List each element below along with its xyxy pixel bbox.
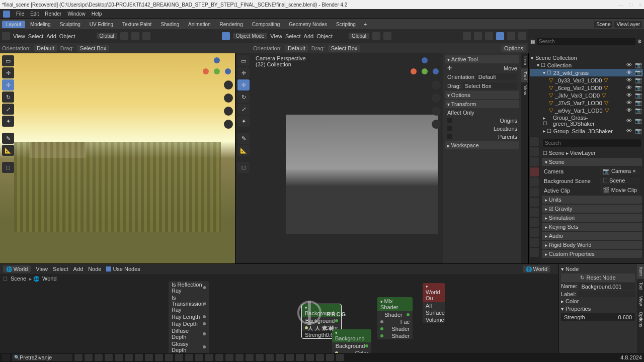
pivot-icon2[interactable] xyxy=(372,32,380,40)
outliner-obj[interactable]: ▽ _6ceg_Var2_LOD0 ▽👁📷 xyxy=(530,84,643,92)
addcube-tool-r[interactable]: □ xyxy=(237,162,250,173)
taskbar-icon[interactable] xyxy=(316,354,324,361)
drag-sel[interactable]: Select Box xyxy=(463,82,517,89)
tab-rendering[interactable]: Rendering xyxy=(216,21,247,28)
ntab-item[interactable]: Item xyxy=(521,53,528,68)
node-lightpath[interactable]: Is Reflection Ray Is Transmission Ray Ra… xyxy=(169,281,209,362)
properties-search[interactable] xyxy=(543,139,641,147)
select-tool[interactable]: ▭ xyxy=(2,55,14,66)
menu-add[interactable]: Add xyxy=(46,33,56,39)
menu-view2[interactable]: View xyxy=(270,33,282,39)
measure-tool[interactable]: 📐 xyxy=(2,145,14,156)
outliner-obj[interactable]: ▽ _0y33_Var3_LOD0 ▽👁📷 xyxy=(530,76,643,84)
strength-field[interactable]: Strength0.600 xyxy=(561,313,635,321)
npanel-transform[interactable]: ▾ Transform xyxy=(445,100,519,108)
taskbar-icon[interactable] xyxy=(155,354,163,361)
axis-y-icon-r[interactable] xyxy=(422,68,428,74)
tab-shading[interactable]: Shading xyxy=(156,21,183,28)
chk-locations[interactable] xyxy=(447,126,452,131)
node-canvas[interactable]: Is Reflection Ray Is Transmission Ray Ra… xyxy=(0,283,558,362)
annotate-tool[interactable]: ✎ xyxy=(2,133,14,144)
node-type-dropdown[interactable]: 🌐 World xyxy=(3,265,31,273)
persp-icon[interactable] xyxy=(224,120,233,129)
outliner-obj[interactable]: ▽ _w9vy_Var1_LOD0 ▽👁📷 xyxy=(530,107,643,114)
prop-particle-icon[interactable] xyxy=(530,208,539,217)
taskbar-icon[interactable] xyxy=(145,354,153,361)
pivot-icon[interactable] xyxy=(120,32,128,40)
world-dropdown[interactable]: 🌐 World xyxy=(523,265,550,273)
rotate-tool[interactable]: ↻ xyxy=(2,92,14,103)
npanel-workspace[interactable]: ▸ Workspace xyxy=(445,141,519,149)
taskbar-icon[interactable] xyxy=(306,354,314,361)
chk-origins[interactable] xyxy=(447,118,452,123)
prop-keying[interactable]: ▸ Keying Sets xyxy=(542,223,642,231)
maximize-icon[interactable]: □ xyxy=(629,2,633,8)
shading-render-icon[interactable] xyxy=(518,32,526,40)
drag-dropdown[interactable]: Select Box xyxy=(77,45,110,52)
prop-scene-section[interactable]: ▾ Scene xyxy=(542,158,642,166)
zoom-icon[interactable] xyxy=(224,80,233,89)
outliner-icon[interactable]: ▦ xyxy=(530,39,535,44)
prop-data-icon[interactable] xyxy=(530,238,539,247)
menu-edit[interactable]: Edit xyxy=(30,11,39,17)
select-tool-r[interactable]: ▭ xyxy=(237,55,250,66)
scale-tool[interactable]: ⤢ xyxy=(2,104,14,115)
menu-window[interactable]: Window xyxy=(67,11,86,17)
editor-type-icon[interactable] xyxy=(2,32,10,40)
taskbar-icon[interactable] xyxy=(165,354,173,361)
prop-material-icon[interactable] xyxy=(530,248,539,257)
menu-add2[interactable]: Add xyxy=(304,33,314,39)
snap-icon[interactable] xyxy=(131,32,139,40)
outliner-obj[interactable]: ▽ _J7vS_Var7_LOD0 ▽👁📷 xyxy=(530,99,643,107)
node-menu-select[interactable]: Select xyxy=(53,266,68,272)
nodepanel-node[interactable]: ▾ Node xyxy=(561,266,635,273)
axis-x-icon[interactable] xyxy=(203,68,209,74)
menu-file[interactable]: File xyxy=(16,11,24,17)
menu-view[interactable]: View xyxy=(13,33,25,39)
props-section[interactable]: ▾ Properties xyxy=(561,306,635,312)
taskbar-icon[interactable] xyxy=(225,354,233,361)
outliner-obj[interactable]: ▽ _Jkfv_Var3_LOD0 ▽👁📷 xyxy=(530,92,643,99)
tab-scripting[interactable]: Scripting xyxy=(332,21,360,28)
prop-object-icon[interactable] xyxy=(530,188,539,197)
nntab-item[interactable]: Item xyxy=(637,264,644,279)
nntab-tool[interactable]: Tool xyxy=(637,279,644,294)
orient-sel[interactable]: Default xyxy=(476,73,517,80)
vis-icon[interactable]: 👁 xyxy=(626,62,632,68)
tray-time[interactable]: 4.8.2024 xyxy=(620,354,642,360)
taskbar-icon[interactable] xyxy=(195,354,203,361)
move-tool-r[interactable]: ✢ xyxy=(237,79,250,90)
overlays-icon[interactable] xyxy=(463,32,471,40)
color-section[interactable]: ▸ Color xyxy=(561,298,635,305)
mode-dropdown[interactable] xyxy=(222,32,230,40)
chk-parents[interactable] xyxy=(447,134,452,139)
menu-help[interactable]: Help xyxy=(92,11,102,17)
prop-scene-icon[interactable] xyxy=(530,167,539,176)
node-menu-add[interactable]: Add xyxy=(73,266,84,272)
tab-compositing[interactable]: Compositing xyxy=(248,21,284,28)
ntab-view[interactable]: View xyxy=(521,82,528,98)
node-bg1-header[interactable]: ▾ Background xyxy=(302,304,341,317)
reset-node-button[interactable]: ↻ Reset Node xyxy=(561,274,635,282)
pan-icon[interactable] xyxy=(224,94,233,103)
persp-icon-r[interactable] xyxy=(432,120,441,129)
taskbar-icon[interactable] xyxy=(205,354,213,361)
prop-audio[interactable]: ▸ Audio xyxy=(542,232,642,240)
taskbar-icon[interactable] xyxy=(175,354,183,361)
axis-z-icon[interactable] xyxy=(225,68,231,74)
transform-orient[interactable]: Global xyxy=(97,33,117,39)
viewport-left-canvas[interactable] xyxy=(0,53,235,263)
prop-constraint-icon[interactable] xyxy=(530,228,539,237)
taskbar-icon[interactable] xyxy=(95,354,103,361)
pan-icon-r[interactable] xyxy=(432,94,441,103)
taskbar-icon[interactable] xyxy=(336,354,344,361)
taskbar-icon[interactable] xyxy=(326,354,334,361)
activeclip-field[interactable]: 🎬 Movie Clip xyxy=(600,187,640,194)
taskbar-icon[interactable] xyxy=(185,354,193,361)
addcube-tool[interactable]: □ xyxy=(2,162,14,173)
outliner-search[interactable] xyxy=(537,38,635,45)
bgscene-field[interactable]: ☐ Scene xyxy=(600,177,640,185)
outliner-group[interactable]: ▸ ☐ Group_Scilla_3DShaker👁📷 xyxy=(530,127,643,135)
taskbar-icon[interactable] xyxy=(74,354,83,361)
outliner-grass-coll[interactable]: ▾ ☐ 23_wild_grass👁📷 xyxy=(530,69,643,76)
